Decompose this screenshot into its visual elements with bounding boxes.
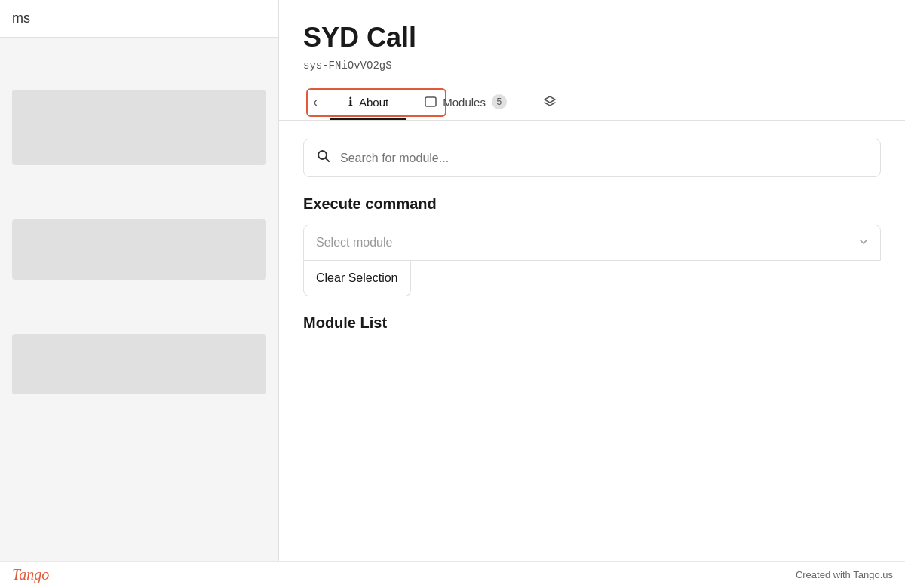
- select-module-placeholder: Select module: [316, 236, 392, 250]
- execute-command-title: Execute command: [303, 195, 881, 213]
- tab-modules-label: Modules: [443, 96, 486, 109]
- main-scrollable[interactable]: Execute command Select module Clear Sele…: [279, 121, 905, 588]
- chevron-down-icon: [859, 236, 868, 250]
- module-list-title: Module List: [303, 314, 881, 332]
- sidebar-item-3[interactable]: [0, 289, 278, 325]
- search-input[interactable]: [340, 152, 868, 165]
- page-header: SYD Call sys-FNiOvVO2gS: [279, 0, 905, 84]
- sidebar-placeholder-2: [12, 219, 266, 280]
- bottom-credit: Created with Tango.us: [796, 569, 893, 580]
- sidebar: ms: [0, 0, 279, 588]
- sidebar-item-1[interactable]: [0, 44, 278, 81]
- search-bar: [303, 139, 881, 177]
- layers-icon: [543, 95, 557, 109]
- svg-rect-0: [425, 97, 436, 106]
- page-title: SYD Call: [303, 21, 881, 54]
- sidebar-content: [0, 38, 278, 588]
- page-subtitle: sys-FNiOvVO2gS: [303, 60, 881, 72]
- tab-back-button[interactable]: ‹: [303, 84, 327, 120]
- tab-about-label: About: [359, 96, 388, 109]
- bottom-bar: Tango Created with Tango.us: [0, 561, 905, 588]
- tabs-container: ‹ ℹ About Modules 5: [279, 84, 905, 121]
- info-icon: ℹ: [348, 95, 353, 109]
- search-icon: [316, 149, 331, 167]
- sidebar-item-2[interactable]: [0, 174, 278, 210]
- tab-layers[interactable]: [525, 84, 575, 120]
- select-module-dropdown[interactable]: Select module: [303, 225, 881, 261]
- tab-about[interactable]: ℹ About: [330, 84, 406, 120]
- sidebar-title: ms: [12, 11, 30, 26]
- tablet-icon: [425, 96, 437, 108]
- sidebar-placeholder-3: [12, 334, 266, 394]
- sidebar-placeholder-1: [12, 90, 266, 165]
- sidebar-header: ms: [0, 0, 278, 38]
- tango-logo: Tango: [12, 566, 49, 583]
- svg-line-2: [326, 158, 330, 162]
- modules-badge: 5: [492, 94, 507, 109]
- tab-modules[interactable]: Modules 5: [406, 84, 525, 120]
- main-content: SYD Call sys-FNiOvVO2gS ‹ ℹ About Module…: [279, 0, 905, 588]
- clear-selection-button[interactable]: Clear Selection: [303, 261, 411, 296]
